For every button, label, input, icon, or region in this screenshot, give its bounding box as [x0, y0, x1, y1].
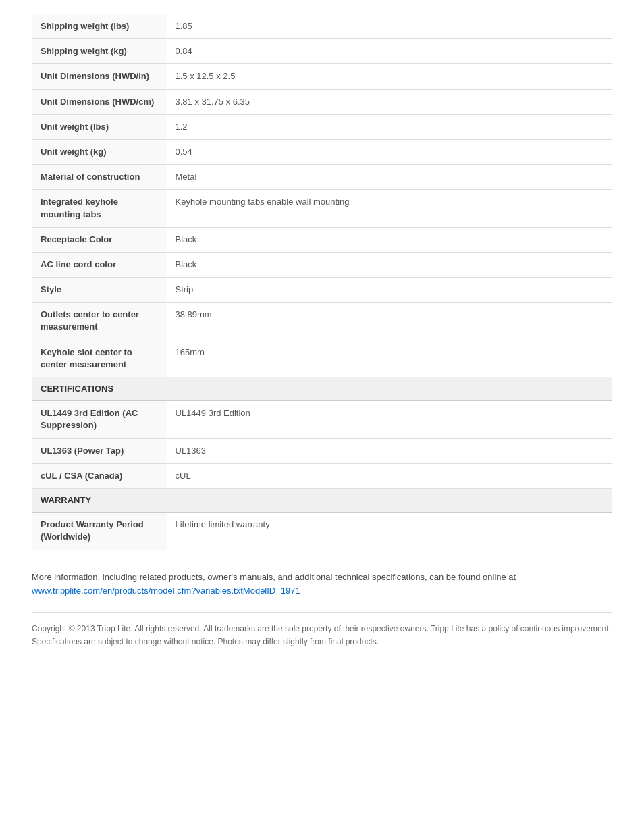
- table-row: Unit Dimensions (HWD/cm) 3.81 x 31.75 x …: [32, 89, 612, 114]
- row-value: UL1363: [167, 438, 612, 463]
- row-label: Product Warranty Period (Worldwide): [32, 513, 167, 550]
- table-row: Material of construction Metal: [32, 165, 612, 190]
- certifications-header-label: CERTIFICATIONS: [32, 377, 612, 401]
- table-row: Keyhole slot center to center measuremen…: [32, 340, 612, 377]
- row-label: Unit Dimensions (HWD/cm): [32, 89, 167, 114]
- table-row: Unit Dimensions (HWD/in) 1.5 x 12.5 x 2.…: [32, 64, 612, 89]
- row-value: 1.85: [167, 14, 612, 39]
- row-value: 1.5 x 12.5 x 2.5: [167, 64, 612, 89]
- table-row: Unit weight (kg) 0.54: [32, 139, 612, 164]
- row-label: Unit weight (kg): [32, 139, 167, 164]
- row-value: UL1449 3rd Edition: [167, 401, 612, 438]
- certifications-header: CERTIFICATIONS: [32, 377, 612, 401]
- warranty-header: WARRANTY: [32, 488, 612, 512]
- table-row: Outlets center to center measurement 38.…: [32, 303, 612, 340]
- row-label: Receptacle Color: [32, 227, 167, 252]
- row-label: Outlets center to center measurement: [32, 303, 167, 340]
- info-link[interactable]: www.tripplite.com/en/products/model.cfm?…: [32, 585, 300, 596]
- table-row: Unit weight (lbs) 1.2: [32, 114, 612, 139]
- page-wrapper: Shipping weight (lbs) 1.85 Shipping weig…: [18, 14, 626, 648]
- row-label: cUL / CSA (Canada): [32, 463, 167, 488]
- row-value: Black: [167, 252, 612, 277]
- table-row: Shipping weight (kg) 0.84: [32, 39, 612, 64]
- row-value: 0.54: [167, 139, 612, 164]
- copyright-text: Copyright © 2013 Tripp Lite. All rights …: [32, 624, 611, 646]
- info-section: More information, including related prod…: [32, 571, 612, 599]
- row-label: Unit weight (lbs): [32, 114, 167, 139]
- row-label: Integrated keyhole mounting tabs: [32, 190, 167, 227]
- row-label: Shipping weight (lbs): [32, 14, 167, 39]
- warranty-header-label: WARRANTY: [32, 488, 612, 512]
- table-row: AC line cord color Black: [32, 252, 612, 277]
- row-value: Lifetime limited warranty: [167, 513, 612, 550]
- row-value: cUL: [167, 463, 612, 488]
- row-label: AC line cord color: [32, 252, 167, 277]
- table-row: Receptacle Color Black: [32, 227, 612, 252]
- row-value: 165mm: [167, 340, 612, 377]
- spec-table: Shipping weight (lbs) 1.85 Shipping weig…: [32, 14, 612, 550]
- table-row: UL1363 (Power Tap) UL1363: [32, 438, 612, 463]
- row-label: UL1363 (Power Tap): [32, 438, 167, 463]
- table-row: Style Strip: [32, 278, 612, 303]
- table-row: Shipping weight (lbs) 1.85: [32, 14, 612, 39]
- row-label: Material of construction: [32, 165, 167, 190]
- row-label: Unit Dimensions (HWD/in): [32, 64, 167, 89]
- row-label: Shipping weight (kg): [32, 39, 167, 64]
- row-value: 0.84: [167, 39, 612, 64]
- row-label: Style: [32, 278, 167, 303]
- table-row: Integrated keyhole mounting tabs Keyhole…: [32, 190, 612, 227]
- row-value: 1.2: [167, 114, 612, 139]
- row-value: Strip: [167, 278, 612, 303]
- copyright-section: Copyright © 2013 Tripp Lite. All rights …: [32, 612, 612, 648]
- info-text: More information, including related prod…: [32, 572, 516, 582]
- table-row: cUL / CSA (Canada) cUL: [32, 463, 612, 488]
- table-row: UL1449 3rd Edition (AC Suppression) UL14…: [32, 401, 612, 438]
- row-value: 3.81 x 31.75 x 6.35: [167, 89, 612, 114]
- row-value: Black: [167, 227, 612, 252]
- row-value: Keyhole mounting tabs enable wall mounti…: [167, 190, 612, 227]
- table-row: Product Warranty Period (Worldwide) Life…: [32, 513, 612, 550]
- row-label: UL1449 3rd Edition (AC Suppression): [32, 401, 167, 438]
- row-value: Metal: [167, 165, 612, 190]
- row-label: Keyhole slot center to center measuremen…: [32, 340, 167, 377]
- row-value: 38.89mm: [167, 303, 612, 340]
